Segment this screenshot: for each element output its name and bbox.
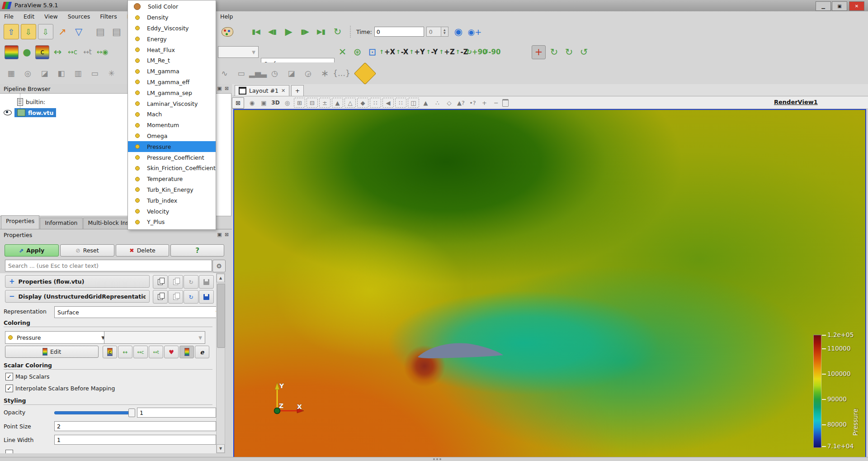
color-legend-bar[interactable] bbox=[813, 335, 821, 448]
glyph-filter-icon[interactable]: ✳ bbox=[104, 66, 119, 81]
field-menu-item[interactable]: Eddy_Viscosity bbox=[128, 23, 216, 34]
interactive-select-points-icon[interactable]: ∴ bbox=[432, 97, 443, 108]
set-solid-color-button[interactable]: ● bbox=[20, 46, 33, 59]
plot-over-time-icon[interactable]: ◷ bbox=[267, 66, 282, 81]
reset-camera-button[interactable]: ✕ bbox=[336, 46, 349, 59]
rescale-to-data-range-button[interactable]: ↔ bbox=[51, 46, 64, 59]
layout-tab[interactable]: Layout #1 ✕ bbox=[235, 85, 289, 96]
reset-center-icon[interactable]: ± bbox=[319, 98, 330, 108]
programmable-filter-icon[interactable]: {…} bbox=[334, 66, 349, 81]
maximize-button[interactable]: ▣ bbox=[832, 1, 847, 11]
color-palette-icon[interactable] bbox=[222, 27, 233, 37]
select-cells-on-icon[interactable]: ▲ bbox=[332, 98, 343, 108]
grow-selection-icon[interactable]: + bbox=[479, 97, 490, 108]
edit-color-map-button[interactable]: Edit bbox=[5, 346, 99, 358]
menubar-item[interactable]: Filters bbox=[96, 11, 121, 22]
scrollbar-thumb[interactable] bbox=[217, 284, 225, 348]
display-group-header[interactable]: − Display (UnstructuredGridRepresentatio… bbox=[5, 290, 150, 303]
delete-button[interactable]: ✖ Delete bbox=[116, 244, 169, 257]
paste-properties-button[interactable] bbox=[168, 275, 183, 289]
save-display-button[interactable] bbox=[199, 290, 214, 304]
line-width-input[interactable] bbox=[54, 435, 216, 445]
rescale-to-custom-range-button[interactable]: ↔c bbox=[66, 46, 79, 59]
field-menu-item[interactable]: Density bbox=[128, 12, 216, 23]
catalyst-flask-icon[interactable]: ▽ bbox=[71, 24, 86, 39]
field-menu-item[interactable]: Energy bbox=[128, 33, 216, 44]
save-state-icon[interactable]: ⇩ bbox=[21, 24, 36, 39]
save-defaults-button[interactable] bbox=[199, 275, 214, 289]
camera-redo-icon[interactable]: ◉ bbox=[246, 97, 258, 108]
menubar-item[interactable]: Help bbox=[216, 11, 237, 22]
close-dock-icon[interactable]: ⊠ bbox=[223, 85, 230, 92]
first-frame-button[interactable]: ▮◀ bbox=[249, 24, 263, 39]
minimize-button[interactable]: ▁ bbox=[816, 1, 831, 11]
point-size-input[interactable] bbox=[54, 421, 216, 431]
last-frame-button[interactable]: ▶▮ bbox=[314, 24, 328, 39]
field-menu-item[interactable]: Heat_Flux bbox=[128, 44, 216, 55]
field-menu-item[interactable]: Omega bbox=[128, 131, 216, 142]
extract-selection-icon[interactable]: ▭ bbox=[234, 66, 249, 81]
field-menu-item[interactable]: Momentum bbox=[128, 120, 216, 131]
add-layout-tab[interactable]: + bbox=[291, 85, 304, 96]
field-menu-item[interactable]: Turb_Kin_Energy bbox=[128, 185, 216, 195]
float-dock-icon[interactable]: ▣ bbox=[216, 85, 223, 92]
select-points-through-icon[interactable]: ∷ bbox=[370, 98, 381, 108]
menubar-item[interactable]: File bbox=[0, 11, 18, 22]
select-cells-polygon-icon[interactable]: ◀ bbox=[382, 98, 394, 108]
close-tab-icon[interactable]: ✕ bbox=[281, 88, 285, 94]
visibility-eye-icon[interactable] bbox=[4, 110, 12, 115]
pipeline-item-builtin[interactable]: builtin: bbox=[17, 98, 45, 106]
interactive-select-cells-icon[interactable]: ▲ bbox=[420, 97, 431, 108]
help-button[interactable]: ? bbox=[170, 244, 224, 257]
field-menu-item[interactable]: Y_Plus bbox=[128, 217, 216, 228]
zoom-to-box-button[interactable]: ⊡ bbox=[366, 46, 379, 59]
field-menu-item[interactable]: Turb_index bbox=[128, 195, 216, 206]
loop-button[interactable]: ↻ bbox=[330, 24, 344, 39]
zoom-to-screenshot-icon[interactable]: ◉ bbox=[451, 24, 466, 39]
opacity-slider[interactable] bbox=[54, 411, 132, 414]
histogram-icon[interactable]: ▂▅▃ bbox=[250, 66, 265, 81]
plot-over-line-icon[interactable]: ◪ bbox=[284, 66, 299, 81]
zoom-magnifier-icon[interactable]: ◎ bbox=[282, 97, 293, 108]
menubar-item[interactable]: Sources bbox=[64, 11, 94, 22]
field-menu-item[interactable]: LM_gamma bbox=[128, 66, 216, 77]
clear-center-icon[interactable]: ⊟ bbox=[307, 98, 318, 108]
close-view-button[interactable]: ⊠ bbox=[232, 97, 244, 109]
properties-dock-header[interactable]: Properties ▣ ⊠ bbox=[0, 231, 232, 239]
threshold-filter-icon[interactable]: ▥ bbox=[71, 66, 85, 81]
view-plus-z-button[interactable]: +Z bbox=[440, 46, 453, 59]
expand-icon[interactable]: + bbox=[9, 277, 15, 285]
clear-selection-icon[interactable] bbox=[502, 99, 509, 107]
representation-combo[interactable]: Surface ▼ bbox=[54, 306, 216, 318]
edit-colormap-button[interactable]: c bbox=[35, 45, 49, 59]
zoom-to-data-button[interactable]: ⊛ bbox=[351, 46, 364, 59]
hover-cells-icon[interactable]: ◇ bbox=[443, 97, 455, 108]
splitter-handle[interactable] bbox=[433, 458, 435, 460]
field-menu-item[interactable]: Solid Color bbox=[128, 1, 216, 12]
reset-display-button[interactable]: ↻ bbox=[184, 290, 198, 304]
rotate-view-cw-button[interactable]: ↻ bbox=[547, 46, 561, 59]
pick-center-button[interactable]: ↺ bbox=[577, 46, 590, 59]
render-viewport[interactable]: X Y Z 1.2e+05 110000 100000 90000 80000 bbox=[234, 110, 865, 457]
query-points-icon[interactable]: •? bbox=[467, 97, 478, 108]
rotate-minus-90-button[interactable]: ↺-90 bbox=[485, 46, 498, 59]
choose-preset-button[interactable]: ♥ bbox=[164, 346, 179, 358]
opacity-slider-handle[interactable] bbox=[128, 409, 135, 417]
colormap-toggle-button[interactable] bbox=[5, 45, 19, 59]
float-dock-icon[interactable]: ▣ bbox=[216, 231, 223, 238]
rescale-to-temporal-range-button[interactable]: ↔t bbox=[81, 46, 94, 59]
render-view-title[interactable]: RenderView1 bbox=[774, 99, 818, 105]
time-input[interactable] bbox=[374, 27, 424, 37]
field-menu-item[interactable]: LM_gamma_eff bbox=[128, 77, 216, 88]
select-cells-through-icon[interactable]: ◆ bbox=[357, 98, 368, 108]
search-input[interactable] bbox=[5, 260, 212, 271]
field-menu-item[interactable]: Laminar_Viscosity bbox=[128, 98, 216, 109]
search-options-button[interactable]: ⚙ bbox=[212, 260, 226, 272]
next-frame-button[interactable]: ▮▶ bbox=[297, 24, 312, 39]
plot-selection-over-time-icon[interactable]: ◶ bbox=[301, 66, 316, 81]
scroll-up-icon[interactable]: ▲ bbox=[217, 274, 225, 282]
color-array-combo[interactable]: Pressure ▼ bbox=[5, 331, 108, 344]
export-scene-icon[interactable]: ↗ bbox=[55, 24, 70, 39]
interpolate-scalars-checkbox[interactable]: ✓ bbox=[5, 385, 13, 392]
field-menu-item[interactable]: LM_Re_t bbox=[128, 55, 216, 66]
